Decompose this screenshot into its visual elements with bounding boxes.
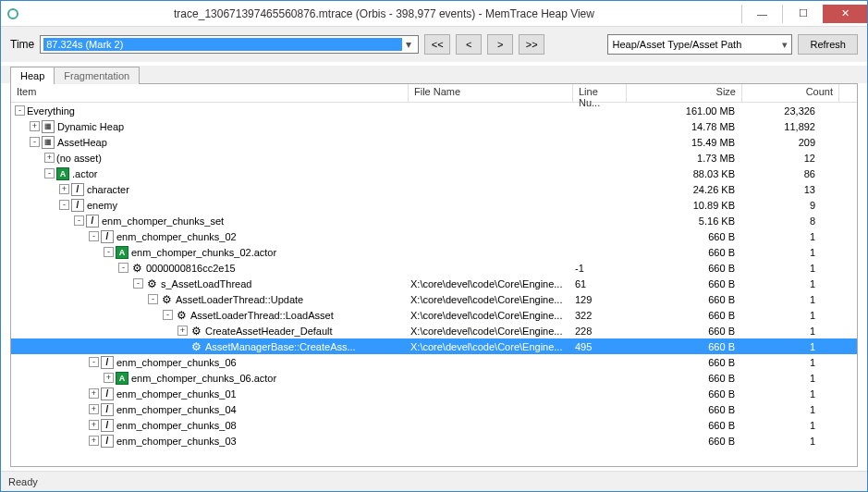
row-size: 660 B [627,231,742,242]
maximize-button[interactable]: ☐ [782,5,823,23]
expander-icon[interactable]: - [74,215,84,226]
tree-row[interactable]: +▦Dynamic Heap14.78 MB11,892 [11,118,857,134]
expander-icon[interactable]: - [44,168,55,178]
window-title: trace_130671397465560876.mtrace (Orbis -… [27,7,741,20]
row-size: 1.73 MB [627,153,742,164]
grouping-select[interactable]: Heap/Asset Type/Asset Path ▾ [607,34,792,55]
path-icon: / [101,419,114,432]
dropdown-arrow-icon: ▾ [782,39,788,51]
tree-row[interactable]: -Aenm_chomper_chunks_02.actor660 B1 [11,244,857,260]
row-file: X:\core\devel\code\Core\Engine... [409,341,573,352]
expander-icon[interactable]: - [104,247,114,257]
expander-icon[interactable]: + [177,326,188,336]
tree-row[interactable]: ⚙AssetManagerBase::CreateAss...X:\core\d… [11,338,857,354]
tree-row[interactable]: -/enm_chomper_chunks_02660 B1 [11,228,857,244]
row-line: 495 [573,341,627,352]
expander-icon[interactable]: - [30,137,40,147]
tree-row[interactable]: -⚙AssetLoaderThread::LoadAssetX:\core\de… [11,307,857,323]
tree-row[interactable]: -/enemy10.89 KB9 [11,197,857,213]
row-label: CreateAssetHeader_Default [205,326,333,337]
tree-row[interactable]: +(no asset)1.73 MB12 [11,150,857,166]
expander-icon[interactable]: + [89,404,99,414]
row-count: 1 [742,294,823,305]
row-size: 660 B [627,247,742,258]
row-size: 660 B [627,420,742,431]
svg-point-0 [8,9,18,18]
expander-icon[interactable]: - [15,105,25,116]
tree-row[interactable]: -⚙s_AssetLoadThreadX:\core\devel\code\Co… [11,276,857,291]
row-label: enm_chomper_chunks_06.actor [131,373,276,384]
row-count: 1 [742,263,823,274]
tab-bar: Heap Fragmentation [1,66,867,83]
expander-icon[interactable]: + [89,436,99,446]
expander-icon[interactable]: - [89,357,99,367]
asset-icon: A [116,246,128,259]
tree-row[interactable]: +⚙CreateAssetHeader_DefaultX:\core\devel… [11,323,857,338]
tree-row[interactable]: +/enm_chomper_chunks_03660 B1 [11,433,857,449]
row-label: enm_chomper_chunks_set [102,215,224,227]
tree-row[interactable]: +/character24.26 KB13 [11,181,857,197]
tree-body[interactable]: -Everything161.00 MB23,326+▦Dynamic Heap… [11,103,857,466]
expander-icon[interactable]: + [89,388,99,399]
tree-row[interactable]: +/enm_chomper_chunks_04660 B1 [11,401,857,417]
expander-icon[interactable]: - [118,263,128,273]
row-label: enemy [87,200,117,211]
expander-icon[interactable]: + [89,420,99,430]
expander-icon[interactable]: - [59,200,69,210]
header-size[interactable]: Size [627,84,742,102]
header-file[interactable]: File Name [409,84,573,102]
row-label: s_AssetLoadThread [161,278,251,289]
close-button[interactable]: ✕ [823,5,867,23]
tree-row[interactable]: -/enm_chomper_chunks_06660 B1 [11,354,857,370]
tree-row[interactable]: +Aenm_chomper_chunks_06.actor660 B1 [11,370,857,386]
tree-row[interactable]: -Everything161.00 MB23,326 [11,103,857,118]
time-select[interactable]: 87.324s (Mark 2) ▾ [40,35,419,54]
refresh-button[interactable]: Refresh [798,34,858,55]
row-count: 8 [742,215,823,227]
header-line[interactable]: Line Nu... [573,84,627,102]
nav-prev-button[interactable]: < [456,34,482,55]
expander-icon[interactable]: - [148,294,158,304]
row-count: 1 [742,357,823,368]
row-line: 129 [573,294,627,305]
row-label: Everything [27,105,75,117]
row-label: enm_chomper_chunks_06 [116,357,237,368]
tree-row[interactable]: -/enm_chomper_chunks_set5.16 KB8 [11,213,857,228]
tree-row[interactable]: -A.actor88.03 KB86 [11,166,857,181]
row-size: 660 B [627,278,742,289]
row-size: 660 B [627,341,742,352]
expander-icon[interactable]: - [133,278,143,289]
expander-icon[interactable]: - [89,231,99,241]
row-label: (no asset) [56,153,102,164]
row-size: 88.03 KB [627,168,742,179]
tab-heap[interactable]: Heap [10,67,55,84]
row-size: 660 B [627,436,742,447]
expander-icon[interactable]: - [163,310,173,320]
titlebar: trace_130671397465560876.mtrace (Orbis -… [1,1,867,27]
tree-row[interactable]: -▦AssetHeap15.49 MB209 [11,134,857,150]
tree-row[interactable]: -⚙AssetLoaderThread::UpdateX:\core\devel… [11,291,857,307]
expander-icon[interactable]: + [44,153,55,163]
tree-row[interactable]: +/enm_chomper_chunks_01660 B1 [11,386,857,401]
nav-last-button[interactable]: >> [519,34,544,55]
row-count: 1 [742,388,823,400]
nav-first-button[interactable]: << [424,34,450,55]
expander-icon[interactable]: + [104,373,114,383]
row-count: 1 [742,310,823,321]
window-controls: — ☐ ✕ [741,5,867,23]
expander-icon[interactable]: + [59,184,69,194]
tree-row[interactable]: -⚙0000000816cc2e15-1660 B1 [11,260,857,276]
tab-fragmentation[interactable]: Fragmentation [54,67,140,84]
minimize-button[interactable]: — [741,5,782,23]
tree-row[interactable]: +/enm_chomper_chunks_08660 B1 [11,417,857,433]
row-count: 1 [742,436,823,447]
gear-icon: ⚙ [145,277,158,290]
row-size: 5.16 KB [627,215,742,227]
expander-icon[interactable]: + [30,121,40,131]
row-size: 660 B [627,326,742,337]
nav-next-button[interactable]: > [487,34,513,55]
gear-icon: ⚙ [175,309,188,322]
header-item[interactable]: Item [11,84,409,102]
header-count[interactable]: Count [742,84,839,102]
row-size: 660 B [627,404,742,415]
